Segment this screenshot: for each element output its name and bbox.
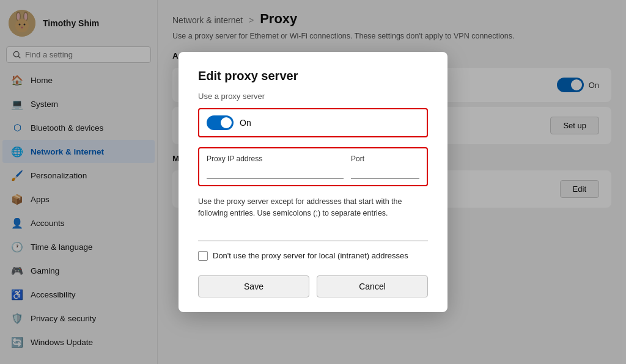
dialog-buttons: Save Cancel [198, 275, 428, 297]
proxy-ip-field: Proxy IP address [207, 155, 344, 179]
local-addr-checkbox[interactable] [198, 251, 208, 261]
proxy-ip-label: Proxy IP address [207, 155, 344, 163]
dialog-subtitle: Use a proxy server [198, 92, 428, 101]
proxy-use-toggle[interactable] [207, 115, 234, 130]
edit-proxy-dialog: Edit proxy server Use a proxy server On … [179, 52, 447, 312]
port-field: Port [351, 155, 419, 179]
cancel-button[interactable]: Cancel [317, 275, 428, 297]
proxy-ip-input[interactable] [207, 166, 344, 179]
except-input[interactable] [198, 224, 428, 241]
proxy-toggle-row: On [198, 108, 428, 137]
port-input[interactable] [351, 166, 419, 179]
port-label: Port [351, 155, 419, 163]
except-description: Use the proxy server except for addresse… [198, 196, 428, 219]
dialog-title: Edit proxy server [198, 69, 428, 83]
dialog-overlay: Edit proxy server Use a proxy server On … [158, 0, 626, 364]
checkbox-label: Don't use the proxy server for local (in… [213, 251, 408, 260]
proxy-toggle-knob [221, 117, 232, 128]
proxy-toggle-state: On [240, 118, 251, 128]
main-content: Network & internet > Proxy Use a proxy s… [158, 0, 626, 364]
ip-port-row: Proxy IP address Port [198, 147, 428, 186]
checkbox-row[interactable]: Don't use the proxy server for local (in… [198, 251, 428, 261]
save-button[interactable]: Save [198, 275, 309, 297]
